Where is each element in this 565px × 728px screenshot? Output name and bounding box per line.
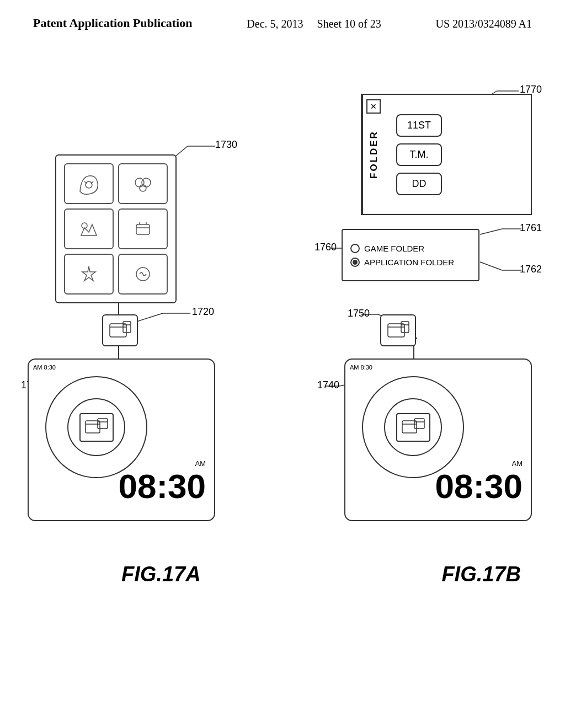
radio-dot-app (353, 260, 358, 265)
watch-circle-inner-left (67, 398, 125, 456)
publication-title: Patent Application Publication (33, 15, 192, 31)
watch-time-left: AM 08:30 (118, 469, 206, 504)
menu-item-game: GAME FOLDER (350, 244, 471, 253)
folder-label: FOLDER (362, 95, 385, 214)
svg-line-16 (480, 229, 502, 234)
ref-1750: 1750 (348, 308, 370, 319)
page-header: Patent Application Publication Dec. 5, 2… (0, 0, 565, 31)
watch-time-big-left: 08:30 (118, 467, 206, 505)
ref-1740: 1740 (317, 379, 339, 391)
menu-popup: GAME FOLDER APPLICATION FOLDER (342, 229, 479, 281)
ref-1730: 1730 (215, 139, 237, 151)
watch-app-icon-left (79, 413, 114, 442)
folder-item-dd[interactable]: DD (396, 173, 442, 195)
app-icon-1 (64, 163, 114, 204)
svg-line-6 (137, 313, 163, 322)
svg-point-26 (86, 181, 92, 188)
folder-popup: ✕ FOLDER 11ST T.M. DD (361, 94, 532, 215)
watch-time-big-right: 08:30 (435, 467, 523, 505)
watch-time-right: AM 08:30 (435, 469, 523, 504)
app-grid-popup (55, 154, 177, 303)
folder-item-tm[interactable]: T.M. (396, 143, 442, 166)
watch-am-right: AM (512, 459, 523, 468)
svg-rect-40 (98, 419, 108, 429)
svg-rect-42 (388, 324, 404, 337)
app-icon-2 (118, 163, 168, 204)
popup-icon-left (102, 314, 138, 346)
folder-items: 11ST T.M. DD (385, 95, 453, 214)
watch-circle-inner-right (384, 398, 442, 456)
watch-screen-left: AM 8:30 AM 08:30 (28, 358, 215, 521)
svg-rect-34 (110, 324, 126, 337)
folder-item-11st[interactable]: 11ST (396, 114, 442, 137)
ref-1761: 1761 (520, 222, 542, 234)
watch-am-corner-left: AM 8:30 (33, 364, 56, 371)
app-icon-5 (64, 254, 114, 295)
menu-label-app: APPLICATION FOLDER (364, 258, 454, 267)
watch-am-left: AM (195, 459, 206, 468)
menu-item-app: APPLICATION FOLDER (350, 258, 471, 267)
svg-rect-31 (136, 224, 150, 234)
popup-icon-right (380, 314, 416, 346)
app-icon-4 (118, 208, 168, 249)
watch-circle-outer-right (362, 376, 464, 478)
app-icon-3 (64, 208, 114, 249)
fig17a-label: FIG.17A (121, 563, 201, 586)
watch-am-corner-right: AM 8:30 (350, 364, 372, 371)
svg-point-28 (142, 178, 151, 187)
publication-number: US 2013/0324089 A1 (436, 18, 532, 30)
watch-screen-right: AM 8:30 AM 08:30 (344, 358, 532, 521)
ref-1720: 1720 (192, 306, 214, 318)
ref-1762: 1762 (520, 264, 542, 275)
menu-label-game: GAME FOLDER (364, 244, 424, 253)
radio-game (350, 244, 360, 253)
svg-line-18 (480, 262, 502, 270)
publication-date: Dec. 5, 2013 Sheet 10 of 23 (247, 18, 381, 30)
ref-1760: 1760 (315, 242, 337, 253)
radio-app (350, 258, 360, 267)
fig17b-label: FIG.17B (441, 563, 521, 586)
watch-circle-outer-left (45, 376, 147, 478)
svg-rect-48 (414, 419, 424, 429)
app-icon-6 (118, 254, 168, 295)
watch-app-icon-right (396, 413, 430, 442)
